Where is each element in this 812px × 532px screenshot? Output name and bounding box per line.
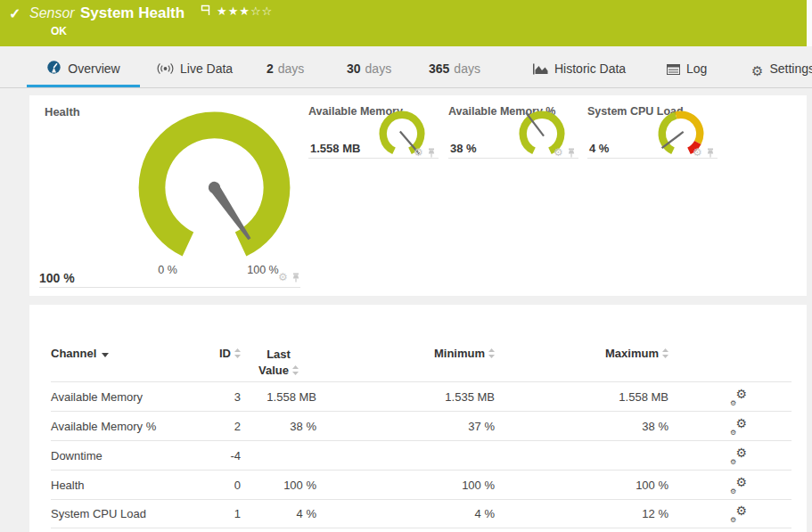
pin-icon[interactable] [291, 273, 300, 282]
tab-historic-data[interactable]: Historic Data [533, 45, 626, 87]
tab-365-days-unit: days [454, 61, 480, 76]
tab-30-days-number: 30 [347, 61, 361, 76]
sensor-kind-label: Sensor [29, 5, 75, 21]
gauge-value: 1.558 MB [310, 142, 360, 155]
column-header-id[interactable]: ID [202, 347, 241, 360]
tab-365-days-number: 365 [429, 61, 449, 76]
channel-settings-icon[interactable]: ⚙⚙ [729, 389, 747, 405]
tab-live-data[interactable]: Live Data [157, 45, 233, 87]
gauge-icon [46, 60, 62, 78]
cell-maximum: 100 % [495, 479, 668, 492]
status-ok-icon: ✓ [9, 5, 21, 22]
cell-channel: Available Memory % [51, 420, 202, 433]
stars-filled: ★★★ [217, 4, 250, 18]
tile-corner-icons: ⚙ [554, 147, 576, 158]
table-row[interactable]: Health 0 100 % 100 % 100 % ⚙⚙ [51, 470, 791, 499]
tab-2-days[interactable]: 2 days [267, 45, 304, 87]
cell-maximum: 1.558 MB [495, 390, 668, 404]
active-tab-underline [27, 85, 140, 87]
table-row[interactable]: Downtime -4 ⚙⚙ [51, 440, 791, 470]
tile-divider [39, 287, 300, 288]
cell-minimum: 100 % [316, 479, 495, 492]
tile-divider [308, 158, 439, 159]
channels-panel: Channel ID Last Value Minimum Maximum Av… [29, 305, 807, 532]
tile-gear-icon[interactable]: ⚙ [278, 272, 288, 282]
gauge-value: 100 % [39, 271, 75, 285]
sort-arrows-icon [662, 348, 668, 361]
column-header-last-value-label: Last Value [258, 348, 291, 377]
tile-gear-icon[interactable]: ⚙ [693, 147, 702, 158]
flag-icon[interactable] [201, 4, 210, 20]
tab-30-days-unit: days [365, 61, 392, 76]
cell-last-value: 1.558 MB [241, 390, 316, 404]
tile-corner-icons: ⚙ [414, 147, 436, 158]
tab-settings[interactable]: ⚙ Settings [751, 45, 812, 87]
cell-minimum: 4 % [316, 507, 495, 520]
tile-divider [587, 158, 718, 159]
priority-stars[interactable]: ★★★☆☆ [217, 4, 273, 18]
status-badge: OK [51, 25, 67, 37]
column-header-id-label: ID [219, 347, 231, 360]
tab-log-label: Log [686, 61, 707, 76]
gauge-value: 4 % [589, 142, 609, 155]
tab-30-days[interactable]: 30 days [347, 45, 391, 87]
stars-empty: ☆☆ [250, 4, 273, 18]
table-row[interactable]: System CPU Load 1 4 % 4 % 12 % ⚙⚙ [51, 499, 791, 528]
gauge-needle [206, 179, 254, 242]
broadcast-icon [157, 62, 174, 78]
cell-id: -4 [202, 449, 241, 462]
column-header-last-value[interactable]: Last Value [241, 347, 316, 378]
sort-caret-icon [102, 353, 109, 357]
cell-channel: Downtime [51, 449, 202, 462]
channel-table: Channel ID Last Value Minimum Maximum Av… [51, 339, 791, 528]
cell-minimum: 37 % [316, 420, 495, 433]
sort-arrows-icon [234, 348, 241, 361]
table-row[interactable]: Available Memory % 2 38 % 37 % 38 % ⚙⚙ [51, 411, 791, 440]
pin-icon[interactable] [427, 148, 436, 158]
channel-settings-icon[interactable]: ⚙⚙ [729, 448, 747, 463]
tab-365-days[interactable]: 365 days [429, 45, 480, 87]
tab-2-days-number: 2 [267, 61, 274, 76]
cell-channel: System CPU Load [51, 507, 202, 520]
column-header-minimum[interactable]: Minimum [316, 347, 495, 360]
cell-maximum: 38 % [495, 420, 668, 433]
column-header-minimum-label: Minimum [434, 347, 485, 360]
cell-id: 0 [202, 479, 241, 492]
pin-icon[interactable] [567, 148, 576, 158]
column-header-maximum[interactable]: Maximum [495, 347, 668, 360]
cell-channel: Health [51, 479, 202, 492]
cell-id: 2 [202, 420, 241, 433]
cell-last-value: 100 % [241, 479, 316, 492]
tab-log[interactable]: Log [667, 45, 707, 87]
health-gauge [136, 110, 292, 266]
channel-settings-icon[interactable]: ⚙⚙ [729, 506, 747, 521]
gauge-value: 38 % [450, 142, 477, 155]
cell-maximum: 12 % [495, 507, 668, 520]
log-list-icon [667, 63, 680, 78]
channel-settings-icon[interactable]: ⚙⚙ [729, 478, 747, 493]
column-header-channel-label: Channel [51, 347, 96, 360]
tab-overview[interactable]: Overview [27, 45, 140, 87]
tab-settings-label: Settings [769, 61, 812, 76]
tile-gear-icon[interactable]: ⚙ [554, 147, 563, 158]
cell-id: 3 [202, 390, 241, 404]
tab-2-days-unit: days [278, 61, 305, 76]
pin-icon[interactable] [706, 148, 715, 158]
cell-minimum: 1.535 MB [316, 390, 495, 404]
column-header-maximum-label: Maximum [605, 347, 659, 360]
gear-icon: ⚙ [751, 64, 763, 78]
table-row[interactable]: Available Memory 3 1.558 MB 1.535 MB 1.5… [51, 381, 791, 411]
gauge-scale-min: 0 % [143, 264, 193, 276]
area-chart-icon [533, 63, 548, 78]
cell-channel: Available Memory [51, 390, 202, 404]
tab-overview-label: Overview [68, 61, 119, 76]
tile-gear-icon[interactable]: ⚙ [414, 147, 423, 158]
tile-corner-icons: ⚙ [278, 272, 300, 282]
page-title: System Health [80, 4, 185, 22]
column-header-channel[interactable]: Channel [51, 347, 202, 360]
sensor-header: ✓ Sensor System Health ★★★☆☆ OK [0, 0, 807, 46]
header-right-gap [807, 0, 812, 46]
channel-settings-icon[interactable]: ⚙⚙ [729, 419, 747, 434]
gauges-panel: Health 0 % 100 % 100 % ⚙ Available Memor… [29, 95, 807, 296]
gauge-title: Health [45, 105, 80, 119]
